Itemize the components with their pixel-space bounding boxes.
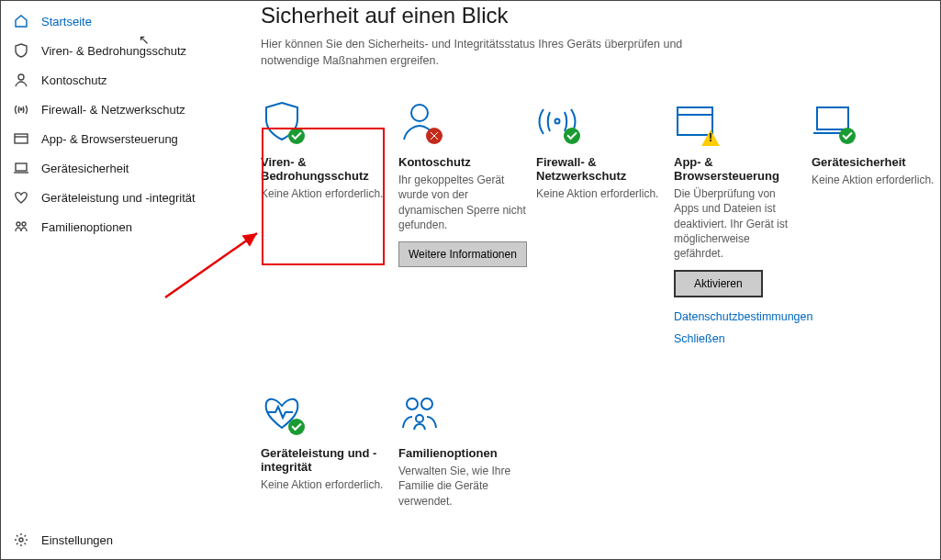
person-icon [14, 73, 28, 87]
home-icon [14, 14, 28, 28]
sidebar-item-family[interactable]: Familienoptionen [1, 212, 235, 241]
close-link[interactable]: Schließen [674, 332, 802, 345]
svg-point-0 [18, 74, 24, 80]
svg-rect-3 [16, 163, 27, 171]
more-info-button[interactable]: Weitere Informationen [398, 241, 527, 267]
tile-account[interactable]: Kontoschutz Ihr gekoppeltes Gerät wurde … [398, 100, 527, 267]
sidebar-item-label: Startseite [41, 15, 92, 28]
tile-title: Gerätesicherheit [812, 155, 940, 169]
sidebar-item-label: Viren- & Bedrohungsschutz [41, 44, 186, 58]
laptop-icon [14, 161, 28, 175]
privacy-link[interactable]: Datenschutzbestimmungen [674, 310, 802, 323]
sidebar-item-label: Firewall- & Netzwerkschutz [41, 103, 185, 117]
svg-point-6 [19, 538, 23, 542]
gear-icon [14, 532, 28, 547]
tile-desc: Keine Aktion erforderlich. [261, 477, 389, 492]
sidebar-item-label: Familienoptionen [41, 220, 132, 234]
tile-title: Kontoschutz [398, 155, 527, 169]
tile-desc: Keine Aktion erforderlich. [812, 173, 940, 187]
sidebar-item-label: App- & Browsersteuerung [41, 132, 178, 146]
svg-point-7 [411, 105, 428, 121]
shield-icon [14, 43, 28, 58]
family-icon [14, 219, 28, 234]
page-title: Sicherheit auf einen Blick [261, 3, 914, 28]
window-icon [14, 131, 28, 146]
svg-point-11 [407, 398, 418, 409]
antenna-icon [536, 100, 578, 142]
laptop-icon [812, 100, 854, 142]
svg-rect-2 [15, 134, 28, 143]
sidebar-item-virus[interactable]: Viren- & Bedrohungsschutz [1, 36, 235, 65]
tile-health[interactable]: Geräteleistung und -integrität Keine Akt… [261, 391, 389, 492]
tile-desc: Verwalten Sie, wie Ihre Familie die Gerä… [398, 464, 527, 509]
tile-appbrowser[interactable]: App- & Browsersteuerung Die Überprüfung … [674, 100, 802, 345]
tile-title: Firewall- & Netzwerkschutz [536, 155, 665, 183]
svg-rect-9 [678, 107, 712, 135]
heart-icon [14, 190, 28, 205]
tile-desc: Die Überprüfung von Apps und Dateien ist… [674, 186, 802, 261]
sidebar-item-label: Gerätesicherheit [41, 162, 129, 175]
tile-virus[interactable]: Viren- & Bedrohungsschutz Keine Aktion e… [261, 100, 389, 201]
sidebar-item-label: Einstellungen [41, 533, 113, 547]
svg-point-13 [416, 415, 423, 422]
tile-title: Familienoptionen [398, 446, 527, 460]
sidebar-item-device[interactable]: Gerätesicherheit [1, 153, 235, 183]
sidebar-item-health[interactable]: Geräteleistung und -integrität [1, 183, 235, 212]
sidebar-item-appbrowser[interactable]: App- & Browsersteuerung [1, 124, 235, 153]
svg-point-8 [555, 119, 560, 124]
activate-button[interactable]: Aktivieren [674, 270, 763, 297]
tile-row-1: Viren- & Bedrohungsschutz Keine Aktion e… [261, 100, 914, 345]
tile-title: Geräteleistung und -integrität [261, 446, 389, 474]
svg-point-4 [17, 222, 20, 226]
tile-title: App- & Browsersteuerung [674, 155, 802, 183]
tile-device[interactable]: Gerätesicherheit Keine Aktion erforderli… [812, 100, 940, 187]
family-icon [398, 391, 441, 433]
sidebar-item-label: Geräteleistung und -integrität [41, 191, 196, 205]
sidebar: Startseite Viren- & Bedrohungsschutz Kon… [1, 1, 235, 559]
window-icon [674, 100, 716, 142]
antenna-icon [14, 102, 28, 117]
heart-pulse-icon [261, 391, 303, 433]
sidebar-item-account[interactable]: Kontoschutz [1, 65, 235, 95]
main-content: Sicherheit auf einen Blick Hier können S… [235, 1, 940, 559]
svg-rect-10 [817, 107, 848, 129]
tile-firewall[interactable]: Firewall- & Netzwerkschutz Keine Aktion … [536, 100, 665, 201]
svg-point-1 [20, 108, 22, 110]
page-desc: Hier können Sie den Sicherheits- und Int… [261, 36, 720, 69]
shield-icon [261, 100, 303, 142]
tile-family[interactable]: Familienoptionen Verwalten Sie, wie Ihre… [398, 391, 527, 509]
tile-title: Viren- & Bedrohungsschutz [261, 155, 389, 183]
tile-desc: Ihr gekoppeltes Gerät wurde von der dyna… [398, 173, 527, 232]
sidebar-item-settings[interactable]: Einstellungen [1, 524, 235, 555]
svg-point-12 [421, 398, 432, 409]
tile-desc: Keine Aktion erforderlich. [536, 186, 665, 201]
svg-point-5 [22, 222, 26, 226]
sidebar-item-firewall[interactable]: Firewall- & Netzwerkschutz [1, 95, 235, 124]
sidebar-item-home[interactable]: Startseite [1, 6, 235, 36]
person-icon [398, 100, 441, 142]
tile-row-2: Geräteleistung und -integrität Keine Akt… [261, 391, 914, 509]
sidebar-item-label: Kontoschutz [41, 73, 107, 87]
tile-desc: Keine Aktion erforderlich. [261, 186, 389, 201]
